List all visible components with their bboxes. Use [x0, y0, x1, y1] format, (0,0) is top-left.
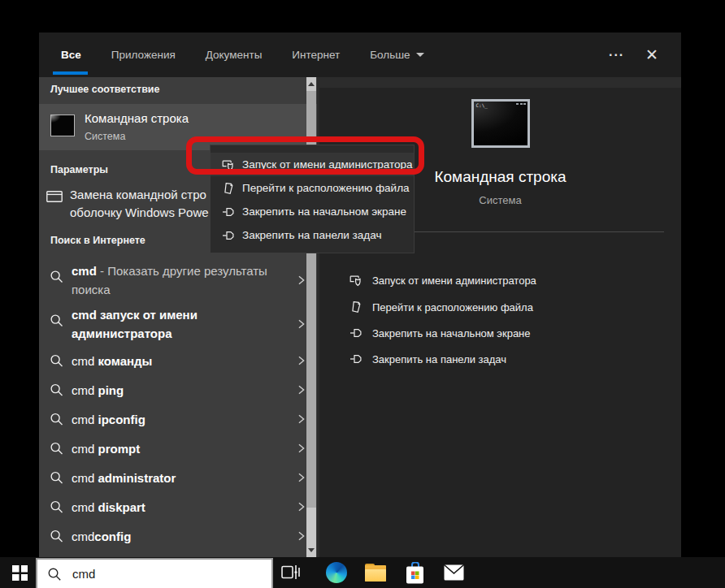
- run-as-admin-icon: [221, 158, 235, 171]
- suggestion-rest: administrator: [94, 471, 176, 485]
- settings-result-line1: Замена командной стро: [70, 188, 206, 201]
- chevron-right-icon[interactable]: [296, 530, 307, 543]
- cmd-window-large-icon: C:\_: [471, 99, 530, 148]
- close-icon[interactable]: ✕: [645, 45, 658, 64]
- store-logo-squares: [411, 571, 419, 579]
- suggestion-rest: diskpart: [94, 500, 145, 514]
- pin-icon: [221, 229, 235, 242]
- chevron-right-icon[interactable]: [296, 318, 307, 331]
- search-suggestion[interactable]: cmdconfig: [39, 521, 317, 551]
- mail-icon[interactable]: [444, 564, 464, 581]
- context-menu-item-pin-start[interactable]: Закрепить на начальном экране: [211, 200, 414, 223]
- chevron-right-icon[interactable]: [296, 413, 307, 426]
- search-icon: [50, 413, 63, 426]
- search-suggestion[interactable]: cmd запуск от имени администратора: [39, 302, 317, 346]
- suggestion-prefix: cmd: [72, 442, 94, 456]
- search-input-value: cmd: [72, 567, 95, 581]
- search-suggestion[interactable]: cmd команды: [39, 346, 317, 375]
- tab-more-label: Больше: [370, 49, 410, 61]
- search-suggestion[interactable]: cmd - Показать другие результаты поиска: [39, 258, 317, 302]
- tabbar-actions: ··· ✕: [609, 45, 681, 64]
- suggestion-text: cmdconfig: [72, 527, 284, 546]
- suggestion-prefix: cmd: [72, 383, 94, 397]
- chevron-right-icon[interactable]: [296, 383, 307, 396]
- chevron-right-icon[interactable]: [296, 442, 307, 455]
- tab-apps-label: Приложения: [111, 49, 176, 61]
- scroll-down-icon[interactable]: [308, 548, 315, 552]
- settings-header: Параметры: [50, 164, 108, 175]
- chevron-right-icon[interactable]: [296, 471, 307, 484]
- suggestion-text: cmd - Показать другие результаты поиска: [72, 262, 284, 299]
- suggestion-text: cmd administrator: [72, 469, 284, 487]
- search-icon: [50, 354, 63, 368]
- tab-all-label: Все: [61, 49, 81, 61]
- preview-action-label: Закрепить на начальном экране: [372, 327, 531, 339]
- search-icon: [50, 270, 63, 283]
- tab-web[interactable]: Интернет: [292, 32, 340, 77]
- search-suggestion[interactable]: cmd diskpart: [39, 492, 317, 521]
- preview-action-pin-taskbar[interactable]: Закрепить на панели задач: [319, 348, 681, 370]
- suggestion-text: cmd prompt: [72, 439, 284, 458]
- suggestion-rest: ping: [94, 383, 124, 397]
- suggestion-text: cmd запуск от имени администратора: [72, 305, 284, 343]
- preview-action-label: Перейти к расположению файла: [372, 301, 533, 313]
- search-icon: [47, 567, 62, 582]
- search-icon: [50, 442, 63, 456]
- search-icon: [50, 383, 63, 397]
- pin-icon: [349, 326, 362, 339]
- taskbar-search-input[interactable]: cmd: [36, 558, 273, 588]
- task-view-icon[interactable]: [281, 564, 300, 582]
- file-location-icon: [221, 182, 235, 195]
- chevron-right-icon[interactable]: [296, 500, 307, 513]
- settings-result-line2: оболочку Windows Powe: [70, 205, 209, 219]
- search-suggestion[interactable]: cmd ipconfig: [39, 404, 317, 434]
- console-window-icon: [46, 191, 63, 203]
- suggestion-prefix: cmd: [72, 413, 94, 426]
- suggestion-prefix: cmd: [72, 264, 97, 278]
- suggestion-rest: - Показать другие результаты поиска: [72, 264, 267, 296]
- chevron-down-icon: [416, 53, 424, 57]
- preview-action-label: Запуск от имени администратора: [372, 275, 536, 287]
- tab-all[interactable]: Все: [61, 32, 81, 77]
- tab-documents[interactable]: Документы: [206, 32, 263, 77]
- chevron-right-icon[interactable]: [296, 354, 307, 367]
- microsoft-store-icon[interactable]: [406, 562, 423, 584]
- preview-action-pin-start[interactable]: Закрепить на начальном экране: [319, 322, 681, 344]
- tab-apps[interactable]: Приложения: [111, 32, 176, 77]
- suggestion-prefix: cmd: [72, 308, 97, 322]
- context-menu-item-file-location[interactable]: Перейти к расположению файла: [211, 176, 414, 200]
- suggestion-text: cmd команды: [72, 352, 284, 370]
- scroll-up-icon[interactable]: [308, 82, 315, 86]
- chevron-right-icon[interactable]: [296, 274, 307, 287]
- context-menu-item-label: Запуск от имени администратора: [242, 158, 413, 171]
- overflow-menu-icon[interactable]: ···: [609, 48, 624, 63]
- context-menu-item-pin-taskbar[interactable]: Закрепить на панели задач: [211, 223, 414, 247]
- suggestion-text: cmd ping: [72, 381, 284, 400]
- context-menu-item-label: Закрепить на начальном экране: [242, 205, 406, 218]
- start-button-icon[interactable]: [12, 565, 28, 581]
- suggestion-rest: prompt: [94, 442, 140, 456]
- file-explorer-icon[interactable]: [365, 564, 386, 582]
- suggestion-prefix: cmd: [72, 471, 94, 485]
- preview-action-file-location[interactable]: Перейти к расположению файла: [319, 296, 681, 318]
- best-match-item[interactable]: Командная строка Система: [39, 104, 317, 150]
- search-flyout: Все Приложения Документы Интернет Больше…: [39, 32, 681, 557]
- search-suggestion[interactable]: cmd prompt: [39, 434, 317, 463]
- search-suggestion[interactable]: cmd ping: [39, 375, 317, 404]
- suggestion-text: cmd diskpart: [72, 498, 284, 517]
- best-match-header: Лучшее соответствие: [50, 84, 159, 95]
- tab-documents-label: Документы: [206, 49, 263, 61]
- search-suggestion[interactable]: cmd administrator: [39, 463, 317, 492]
- suggestion-prefix: cmd: [72, 354, 94, 368]
- suggestion-text: cmd ipconfig: [72, 410, 284, 429]
- folder-front: [365, 569, 386, 582]
- context-menu-item-run-as-admin[interactable]: Запуск от имени администратора: [211, 153, 414, 176]
- cmd-prompt-text: C:\_: [476, 103, 488, 108]
- edge-browser-icon[interactable]: [326, 562, 347, 583]
- search-icon: [50, 313, 63, 327]
- preview-action-run-as-admin[interactable]: Запуск от имени администратора: [319, 270, 681, 291]
- screen: { "colors": { "accent_blue": "#0078d7", …: [0, 0, 725, 588]
- window-buttons-icon: [516, 103, 526, 105]
- suggestion-rest: команды: [94, 354, 152, 368]
- tab-more[interactable]: Больше: [370, 32, 423, 77]
